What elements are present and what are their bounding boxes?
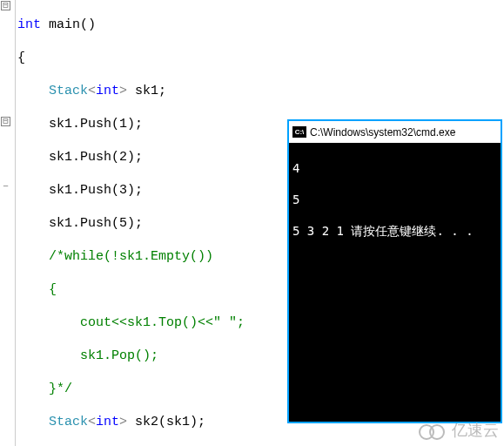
code-line: Stack<int> sk2(sk1); [17, 414, 245, 430]
code-line: }*/ [17, 381, 245, 397]
output-line: 4 [292, 160, 497, 176]
cmd-icon: C:\ [292, 126, 306, 138]
code-line: int main() [17, 17, 245, 33]
keyword: int [17, 17, 41, 32]
code-line: { [17, 281, 245, 298]
cmd-titlebar[interactable]: C:\ C:\Windows\system32\cmd.exe [289, 121, 501, 143]
cmd-output[interactable]: 4 5 5 3 2 1 请按任意键继续. . . [289, 143, 501, 422]
code-line: sk1.Push(2); [17, 149, 245, 166]
type-name: Stack [49, 84, 88, 98]
code-line: Stack<int> sk1; [17, 83, 245, 99]
cloud-icon [419, 422, 448, 438]
output-line: 5 3 2 1 请按任意键继续. . . [292, 223, 497, 239]
fold-marker-end: − [1, 183, 10, 193]
code-area[interactable]: int main() { Stack<int> sk1; sk1.Push(1)… [16, 0, 245, 446]
code-line: cout<<sk1.Top()<<" "; [17, 314, 245, 331]
code-line: sk1.Push(1); [17, 116, 245, 132]
watermark-text: 亿速云 [452, 420, 499, 441]
watermark: 亿速云 [419, 420, 499, 441]
type-name: Stack [49, 415, 88, 429]
code-line: /*while(!sk1.Empty()) [17, 248, 245, 265]
fold-gutter: ⊟ ⊟ − [0, 0, 16, 446]
cmd-title: C:\Windows\system32\cmd.exe [310, 126, 455, 139]
code-line: sk1.Push(3); [17, 182, 245, 199]
code-line: sk1.Push(5); [17, 215, 245, 232]
code-line: sk1.Pop(); [17, 348, 245, 364]
code-line: { [17, 50, 245, 66]
cmd-window[interactable]: C:\ C:\Windows\system32\cmd.exe 4 5 5 3 … [287, 119, 502, 423]
output-line: 5 [292, 192, 497, 207]
fold-toggle[interactable]: ⊟ [1, 1, 10, 10]
fold-toggle[interactable]: ⊟ [1, 117, 10, 126]
